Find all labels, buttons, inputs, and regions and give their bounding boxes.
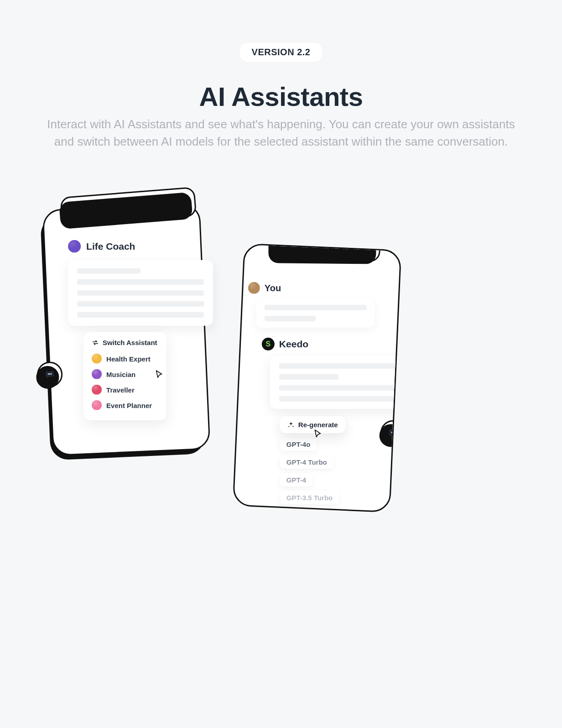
cursor-icon [153, 369, 165, 381]
chat-icon [44, 369, 56, 380]
regenerate-tag-label: Re-generate [299, 243, 368, 254]
regenerate-card: Re-generate You S Keedo [233, 243, 402, 513]
swap-icon [73, 204, 86, 217]
chat-bubble-decoration [36, 361, 63, 388]
user-avatar [248, 282, 260, 294]
regenerate-tag: Re-generate [270, 243, 380, 262]
model-option[interactable]: Opus [280, 509, 310, 513]
page-subtitle: Interact with AI Assistants and see what… [41, 116, 521, 150]
switch-menu-label: Switch Assistant [103, 339, 157, 346]
regenerate-button-label: Re-generate [298, 421, 338, 429]
assistant-avatar [92, 400, 102, 410]
page-title: AI Assistants [0, 81, 562, 112]
assistant-option-label: Health Expert [106, 355, 151, 362]
assistant-option[interactable]: Health Expert [92, 351, 158, 367]
assistant-option-label: Event Planner [106, 401, 152, 409]
regenerate-button[interactable]: Re-generate [280, 416, 345, 433]
assistant-option[interactable]: Traveller [92, 382, 158, 398]
user-header: You [248, 282, 402, 294]
model-option[interactable]: GPT-4 Turbo [280, 456, 333, 469]
assistant-option[interactable]: Event Planner [92, 398, 158, 413]
message-placeholder [68, 260, 213, 326]
bot-header: S Keedo [262, 338, 402, 351]
assistant-option[interactable]: Musician [92, 367, 158, 382]
model-option[interactable]: GPT-4 [280, 473, 312, 487]
assistant-avatar [92, 385, 102, 395]
switch-assistant-card: Switch assistant Life Coach [42, 203, 210, 456]
chat-icon [387, 427, 399, 439]
assistant-avatar [92, 369, 102, 379]
bot-label: Keedo [279, 339, 308, 350]
switch-assistant-menu-header: Switch Assistant [92, 339, 158, 346]
version-badge: VERSION 2.2 [239, 42, 323, 63]
sparkle-icon [282, 243, 294, 252]
sparkle-icon [287, 421, 295, 428]
cursor-icon [312, 429, 323, 440]
swap-icon [92, 339, 99, 346]
current-assistant-avatar [68, 240, 81, 253]
assistant-avatar [92, 354, 102, 364]
user-message-placeholder [256, 299, 375, 328]
switch-assistant-menu[interactable]: Switch Assistant Health ExpertMusicianTr… [83, 332, 167, 420]
model-list: GPT-4oGPT-4 TurboGPT-4GPT-3.5 TurboOpusS… [280, 438, 402, 513]
assistant-option-label: Musician [106, 370, 135, 378]
current-assistant-header: Life Coach [68, 240, 213, 253]
bot-message-placeholder [270, 356, 402, 409]
svg-point-5 [394, 432, 395, 433]
switch-assistant-tag: Switch assistant [60, 187, 197, 227]
keedo-avatar: S [262, 338, 275, 351]
current-assistant-name: Life Coach [86, 241, 135, 252]
user-label: You [265, 283, 281, 293]
svg-point-4 [393, 432, 394, 433]
assistant-option-label: Traveller [106, 386, 135, 393]
model-option[interactable]: GPT-3.5 Turbo [280, 491, 339, 504]
